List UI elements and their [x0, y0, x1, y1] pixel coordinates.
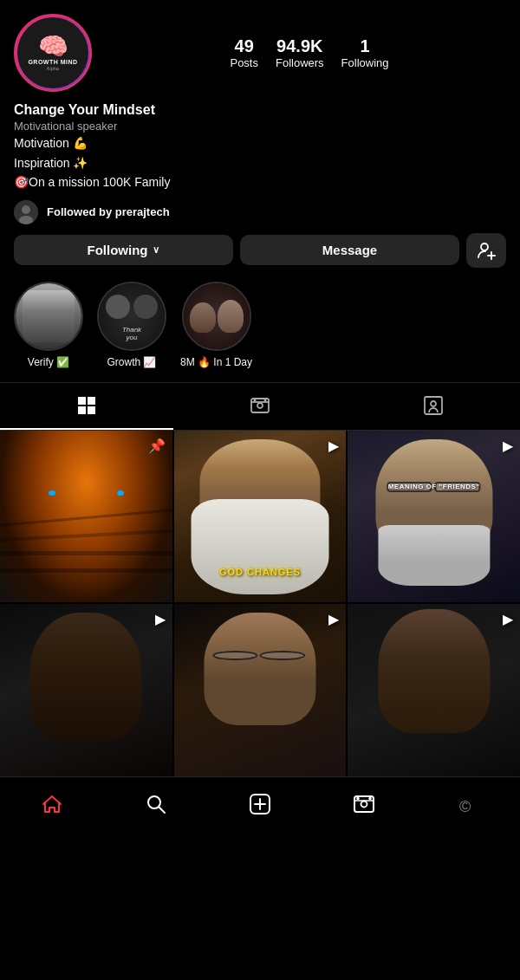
svg-point-16 — [431, 401, 436, 406]
following-label: Following — [341, 56, 389, 69]
followed-by-text: Followed by prerajtech — [47, 205, 170, 218]
tagged-icon — [423, 395, 444, 416]
action-buttons: Following ∨ Message — [0, 233, 520, 282]
avatar-emoji: 🧠 — [38, 35, 68, 59]
tab-bar — [0, 382, 520, 431]
bottom-nav-wrapper: © — [0, 776, 520, 834]
nav-reels[interactable] — [342, 788, 386, 821]
svg-rect-6 — [78, 397, 86, 405]
grid-item[interactable]: ▶ — [174, 604, 347, 776]
svg-rect-8 — [78, 406, 86, 414]
home-icon — [41, 793, 63, 815]
profile-icon: © — [457, 793, 479, 815]
avatar[interactable]: 🧠 GROWTH MIND Alpha — [14, 14, 92, 92]
bio-line-2: Inspiration ✨ — [14, 155, 506, 172]
nav-add[interactable] — [238, 788, 282, 821]
svg-point-2 — [19, 216, 33, 224]
grid-item[interactable]: GOD CHANGES ▶ — [174, 431, 347, 603]
bio-line-1: Motivation 💪 — [14, 135, 506, 153]
story-growth[interactable]: Thankyou Growth 📈 — [97, 282, 166, 368]
stat-posts[interactable]: 49 Posts — [230, 36, 258, 69]
tab-reels[interactable] — [173, 383, 347, 430]
following-count: 1 — [361, 36, 370, 56]
svg-rect-9 — [88, 406, 95, 414]
svg-point-26 — [368, 797, 372, 801]
posts-label: Posts — [230, 56, 258, 69]
stat-followers[interactable]: 94.9K Followers — [276, 36, 324, 69]
svg-rect-15 — [425, 397, 442, 414]
story-verify[interactable]: Verify ✅ — [14, 282, 83, 368]
story-growth-label: Growth 📈 — [107, 356, 156, 368]
nav-search[interactable] — [134, 788, 178, 821]
grid-icon — [76, 395, 97, 416]
svg-line-18 — [159, 808, 166, 814]
grid-item[interactable]: MEANING OF "FRIENDS" ▶ — [348, 431, 520, 603]
profile-header: 🧠 GROWTH MIND Alpha 49 Posts 94.9K Follo… — [0, 0, 520, 92]
svg-point-13 — [254, 399, 257, 401]
svg-point-23 — [361, 802, 367, 808]
reel-play-icon: ▶ — [503, 438, 513, 454]
avatar-subtitle: Alpha — [47, 66, 59, 71]
profile-category: Motivational speaker — [14, 120, 506, 133]
svg-point-11 — [257, 403, 263, 408]
following-button[interactable]: Following ∨ — [14, 235, 233, 265]
pin-icon: 📌 — [148, 438, 166, 454]
story-verify-label: Verify ✅ — [28, 356, 69, 368]
reel-play-icon: ▶ — [328, 611, 339, 627]
bottom-nav: © — [0, 776, 520, 834]
svg-rect-7 — [88, 397, 95, 405]
posts-count: 49 — [235, 36, 254, 56]
tab-grid[interactable] — [0, 383, 173, 430]
svg-point-3 — [481, 243, 488, 250]
posts-grid: 📌 GOD CHANGES ▶ MEANING OF "FRIENDS" ▶ — [0, 431, 520, 776]
stats-container: 49 Posts 94.9K Followers 1 Following — [113, 36, 506, 69]
tab-tagged[interactable] — [347, 383, 520, 430]
story-fire[interactable]: 8M 🔥 In 1 Day — [180, 282, 252, 368]
nav-home[interactable] — [30, 788, 74, 821]
tiger-eye-left — [49, 490, 55, 496]
story-fire-label: 8M 🔥 In 1 Day — [180, 356, 252, 368]
followed-avatar — [14, 200, 38, 224]
reel-play-icon: ▶ — [328, 438, 339, 454]
post-overlay-friends: MEANING OF "FRIENDS" — [356, 482, 511, 491]
post-overlay-god-changes: GOD CHANGES — [219, 567, 301, 577]
add-friend-button[interactable] — [466, 233, 506, 268]
message-button[interactable]: Message — [240, 235, 459, 265]
bio-line-3: 🎯On a mission 100K Family — [14, 174, 506, 191]
chevron-down-icon: ∨ — [153, 244, 159, 256]
grid-item[interactable]: 📌 — [0, 431, 172, 603]
followed-by-section: Followed by prerajtech — [0, 191, 520, 233]
add-icon — [249, 793, 271, 815]
avatar-title: GROWTH MIND — [28, 59, 77, 66]
followers-label: Followers — [276, 56, 324, 69]
search-icon — [145, 793, 167, 815]
following-label: Following — [88, 243, 148, 257]
svg-text:©: © — [459, 798, 471, 815]
nav-profile[interactable]: © — [446, 788, 490, 821]
stat-following[interactable]: 1 Following — [341, 36, 389, 69]
grid-item[interactable]: ▶ — [348, 604, 520, 776]
profile-name: Change Your Mindset — [14, 102, 506, 118]
reel-play-icon: ▶ — [155, 611, 166, 627]
add-person-icon — [477, 241, 496, 260]
reels-icon — [250, 395, 270, 416]
video-icon — [353, 793, 375, 815]
grid-item[interactable]: ▶ — [0, 604, 172, 776]
svg-point-14 — [264, 399, 267, 401]
highlights-row: Verify ✅ Thankyou Growth 📈 8M 🔥 In 1 — [0, 282, 520, 382]
reel-play-icon: ▶ — [503, 611, 513, 627]
bio-section: Change Your Mindset Motivational speaker… — [0, 92, 520, 191]
svg-point-25 — [356, 797, 360, 801]
followers-count: 94.9K — [276, 36, 322, 56]
svg-point-1 — [22, 205, 30, 214]
